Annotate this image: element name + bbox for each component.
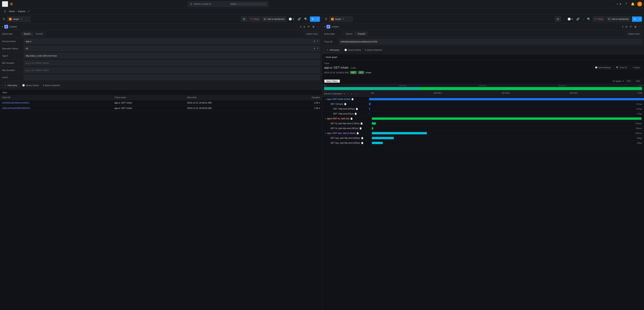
left-traceid-tab[interactable]: TraceID <box>33 32 46 36</box>
left-query-more-button[interactable]: ⋯ <box>316 25 320 28</box>
span-row[interactable]: GET /cpu_task http send (593μs) 📄 593μs <box>322 136 644 140</box>
breadcrumb-home[interactable]: Home <box>9 10 15 12</box>
right-prev-button[interactable]: ‹ <box>562 17 565 21</box>
span-row[interactable]: GET / http send (57μs) 📄 I 57μs <box>322 112 644 116</box>
span-row[interactable]: GET /cpu_task http send (205μs) 📄 205μs <box>322 140 644 146</box>
right-datasource-select[interactable]: J Jaeger ▾ <box>329 16 353 22</box>
left-service-name-clear[interactable]: ✕ <box>312 40 316 42</box>
right-link-button[interactable]: 🔗 <box>575 17 580 21</box>
right-query-history-button[interactable]: 🕐 Query history <box>343 48 362 52</box>
right-split-view-button[interactable] <box>555 16 561 22</box>
left-query-hide-button[interactable]: 👁 <box>307 25 310 28</box>
left-close-button[interactable]: ✕ Close <box>248 16 260 22</box>
left-panel-menu-button[interactable]: ☰ <box>2 17 6 21</box>
right-panel-menu-button[interactable]: ☰ <box>324 17 328 21</box>
share-icon[interactable]: ⤢ <box>28 10 30 13</box>
right-add-query-button[interactable]: ＋ Add query <box>324 47 342 52</box>
left-limit-input[interactable] <box>24 75 320 80</box>
right-query-hide-button[interactable]: 👁 <box>629 25 632 28</box>
left-tags-input[interactable] <box>24 53 320 58</box>
right-query-collapse-button[interactable]: ▾ <box>324 26 325 28</box>
left-query-collapse-button[interactable]: ▾ <box>2 26 3 28</box>
notifications-button[interactable]: 🔔 <box>630 2 636 6</box>
left-add-query-button[interactable]: ＋ Add query <box>2 83 20 88</box>
span-duration: 1 <box>641 118 642 120</box>
right-query-type-tabs: Search TraceID <box>343 32 368 36</box>
trace-path: /chain <box>366 71 371 74</box>
right-trace-id-input[interactable] <box>339 39 642 44</box>
hamburger-menu-button[interactable]: ☰ <box>2 1 8 7</box>
span-row[interactable]: GET / http send (167μs) 📄 I 167μs <box>322 106 644 112</box>
right-query-inspector-button[interactable]: ℹ Query inspector <box>364 48 384 52</box>
right-import-trace-button[interactable]: Import trace <box>626 32 642 36</box>
span-row[interactable]: ▾ app-a GET /chain (1.04s) 📄 <box>322 97 644 102</box>
prev-button[interactable]: Prev <box>625 79 633 83</box>
right-refresh-button[interactable]: ↻ <box>632 16 638 22</box>
trace-id-button[interactable]: 🔍 Trace ID <box>614 66 629 70</box>
svg-rect-5 <box>264 18 266 20</box>
span-filters-toggle-button[interactable]: › Span Filters ℹ <box>324 80 340 83</box>
left-link-button[interactable]: 🔗 <box>296 17 302 21</box>
span-row[interactable]: GET /io_task http send (1.29ms) 📄 1.29ms… <box>322 121 644 126</box>
left-min-duration-input[interactable] <box>24 60 320 66</box>
right-add-dashboard-button[interactable]: Add to dashboard <box>606 16 630 22</box>
service-op-expand-button[interactable]: › <box>346 92 349 96</box>
user-avatar[interactable]: A <box>637 2 642 6</box>
export-button[interactable]: ↗ Export <box>630 66 642 70</box>
right-time-range-button[interactable]: 🕐 ▾ <box>566 17 574 21</box>
help-button[interactable]: ? <box>624 2 628 6</box>
give-feedback-button[interactable]: 💬 Give feedback <box>593 66 613 70</box>
span-collapse-button[interactable]: ▾ <box>325 132 326 134</box>
left-query-delete-button[interactable]: 🗑 <box>312 25 315 28</box>
tov-bar-area[interactable] <box>324 87 642 90</box>
left-time-range-button[interactable]: 🕐 ▾ <box>288 17 295 21</box>
left-refresh-dropdown-button[interactable]: ▾ <box>316 16 320 22</box>
service-op-expand-all-button[interactable]: » <box>350 92 353 96</box>
left-zoom-out-button[interactable]: 🔍 <box>303 17 308 21</box>
ts-0: 0μs <box>371 92 374 96</box>
add-button[interactable]: ＋ ▾ <box>614 1 622 7</box>
right-search-tab[interactable]: Search <box>343 32 355 36</box>
left-operation-name-clear[interactable]: ✕ <box>312 47 316 50</box>
right-refresh-dropdown-button[interactable]: ▾ <box>638 16 642 22</box>
service-op-collapse-button[interactable]: ▾ <box>343 92 346 96</box>
left-service-name-select[interactable]: app-a ✕ ▾ <box>24 39 320 44</box>
span-row[interactable]: GET / (511μs) 📄 I 511μs <box>322 102 644 106</box>
service-op-more-button[interactable]: ⋮⋮ <box>354 92 360 96</box>
right-datasource-chevron: ▾ <box>343 18 344 20</box>
right-zoom-out-button[interactable]: 🔍 <box>586 17 592 21</box>
right-query-delete-button[interactable]: 🗑 <box>634 25 637 28</box>
global-search[interactable]: Search or jump to... cmd+k <box>188 1 268 7</box>
left-query-info-button[interactable]: ℹ <box>300 25 302 28</box>
right-close-button[interactable]: ✕ Close <box>593 16 605 22</box>
right-query-copy-button[interactable]: ⧉ <box>625 25 628 28</box>
left-operation-name-select[interactable]: All ✕ ▾ <box>24 46 320 51</box>
span-row[interactable]: ▾ app-b GET /io_task (1s) 📄 1 <box>322 116 644 121</box>
span-collapse-button[interactable]: ▾ <box>325 98 326 100</box>
left-add-dashboard-button[interactable]: Add to dashboard <box>262 16 286 22</box>
left-datasource-select[interactable]: J Jaeger ▾ <box>7 16 30 22</box>
left-query-copy-button[interactable]: ⧉ <box>303 25 306 28</box>
trace-id-link[interactable]: c9d3ca57eb4028827669700... <box>2 107 32 109</box>
span-row[interactable]: GET /io_task http send (387μs) 📄 387μs I <box>322 126 644 131</box>
span-bar <box>372 142 383 144</box>
left-operation-name-label: Operation Name <box>2 47 24 50</box>
left-search-tab[interactable]: Search <box>21 32 33 36</box>
left-max-duration-input[interactable] <box>24 68 320 73</box>
sidebar-toggle-button[interactable]: ☰ <box>3 10 8 14</box>
left-query-history-button[interactable]: 🕐 Query history <box>21 83 40 88</box>
right-query-more-button[interactable]: ⋯ <box>638 25 642 28</box>
svg-rect-4 <box>244 18 245 20</box>
left-refresh-button[interactable]: ↻ <box>310 16 316 22</box>
span-collapse-button[interactable]: ▾ <box>325 118 326 120</box>
trace-id-link[interactable]: b452fd42a922bdc3ce408c0... <box>2 102 31 104</box>
left-split-view-button[interactable] <box>241 16 247 22</box>
right-next-button[interactable]: › <box>582 17 585 21</box>
node-graph-toggle-button[interactable]: › Node graph <box>324 56 337 58</box>
span-row[interactable]: ▾ app-c GET /cpu_task (1.63ms) 📄 1.63ms … <box>322 131 644 136</box>
left-query-inspector-button[interactable]: ℹ Query inspector <box>42 83 62 88</box>
left-import-trace-button[interactable]: Import trace <box>304 32 320 36</box>
right-query-info-button[interactable]: ℹ <box>622 25 624 28</box>
next-button[interactable]: Next <box>634 79 642 83</box>
right-traceid-tab[interactable]: TraceID <box>355 32 368 36</box>
